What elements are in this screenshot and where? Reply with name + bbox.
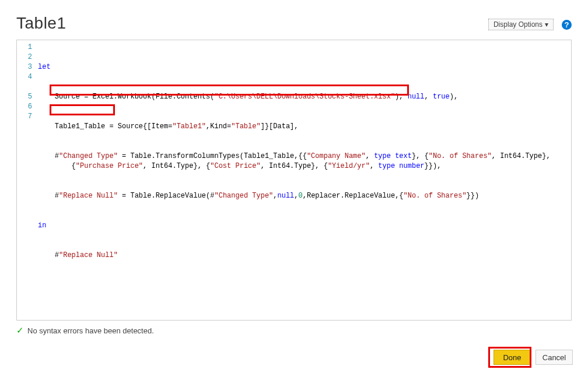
string-literal: "No. of Shares" [404, 192, 467, 200]
code-text: # [38, 192, 59, 200]
string-literal: "Yield/yr" [328, 162, 370, 170]
code-text: Table1_Table = Source{[Item= [38, 122, 172, 131]
code-text: , [143, 162, 151, 170]
code-text: { [38, 162, 76, 170]
done-button[interactable]: Done [494, 350, 531, 365]
string-literal: "No. of Shares" [429, 152, 492, 160]
page-title: Table1 [16, 14, 66, 33]
string-literal: "Cost Price" [210, 162, 260, 170]
string-literal: "Changed Type" [214, 192, 273, 200]
type-kw: type number [378, 162, 424, 170]
code-text: ), [395, 93, 408, 101]
code-text: # [38, 251, 59, 259]
kw-true: true [433, 93, 450, 101]
line-number: 6 [17, 102, 32, 112]
code-text: }, { [193, 162, 210, 170]
code-text: , [492, 152, 500, 160]
code-text: = Table.ReplaceValue(# [118, 192, 215, 200]
code-editor[interactable]: 1 2 3 4 5 6 7 let Source = Excel.Workboo… [16, 40, 572, 321]
display-options-label: Display Options [494, 20, 542, 29]
type-ident: Int64.Type [151, 162, 193, 170]
help-icon[interactable]: ? [562, 20, 572, 30]
code-text: = Table.TransformColumnTypes(Table1_Tabl… [118, 152, 307, 160]
code-text: ]}[Data], [261, 122, 299, 131]
display-options-button[interactable]: Display Options ▾ [488, 19, 554, 30]
line-number: 2 [17, 52, 32, 62]
code-text: ,Kind= [206, 122, 231, 131]
footer-buttons: Done Cancel [494, 350, 573, 365]
code-text: }}) [467, 192, 480, 200]
kw-in: in [38, 221, 46, 230]
string-literal: "Changed Type" [59, 152, 118, 160]
annotation-highlight-2 [50, 104, 115, 115]
kw-null: null [278, 192, 295, 200]
code-text: ,Replacer.ReplaceValue,{ [303, 192, 404, 200]
line-number: 1 [17, 43, 32, 52]
cancel-button[interactable]: Cancel [536, 350, 573, 365]
kw-let: let [38, 63, 51, 71]
code-text: }}), [425, 162, 442, 170]
line-number: 5 [17, 92, 32, 102]
code-text: , [261, 162, 269, 170]
string-literal: "Replace Null" [59, 251, 118, 259]
header: Table1 Display Options ▾ ? [16, 14, 572, 33]
status-bar: ✓ No syntax errors have been detected. [16, 325, 572, 336]
line-number: 3 [17, 62, 32, 72]
code-text: ), [450, 93, 458, 101]
string-literal: "C:\Users\DELL\Downloads\Stocks-Sheet.xl… [214, 93, 395, 101]
string-literal: "Company Name" [307, 152, 366, 160]
code-text: , [370, 162, 378, 170]
type-kw: type text [374, 152, 412, 160]
code-text: , [273, 192, 277, 200]
string-literal: "Replace Null" [59, 192, 118, 200]
string-literal: "Table" [231, 122, 260, 131]
code-text: # [38, 152, 59, 160]
string-literal: "Purchase Price" [76, 162, 143, 170]
type-ident: Int64.Type [269, 162, 311, 170]
editor-gutter: 1 2 3 4 5 6 7 [17, 40, 36, 320]
line-number: 7 [17, 112, 32, 122]
type-ident: Int64.Type [500, 152, 542, 160]
code-text: Source = Excel.Workbook(File.Contents( [38, 93, 214, 101]
kw-null: null [408, 93, 425, 101]
header-actions: Display Options ▾ ? [488, 14, 572, 30]
string-literal: "Table1" [172, 122, 206, 131]
check-icon: ✓ [16, 325, 24, 336]
code-text: , [425, 93, 433, 101]
code-text: , [366, 152, 374, 160]
editor-content[interactable]: let Source = Excel.Workbook(File.Content… [36, 40, 571, 320]
code-text: }, { [412, 152, 429, 160]
line-number: 4 [17, 72, 32, 92]
chevron-down-icon: ▾ [545, 20, 548, 29]
status-message: No syntax errors have been detected. [27, 326, 154, 335]
number-literal: 0 [299, 192, 303, 200]
code-text: }, [542, 152, 550, 160]
code-text: }, { [311, 162, 328, 170]
code-text: , [294, 192, 298, 200]
